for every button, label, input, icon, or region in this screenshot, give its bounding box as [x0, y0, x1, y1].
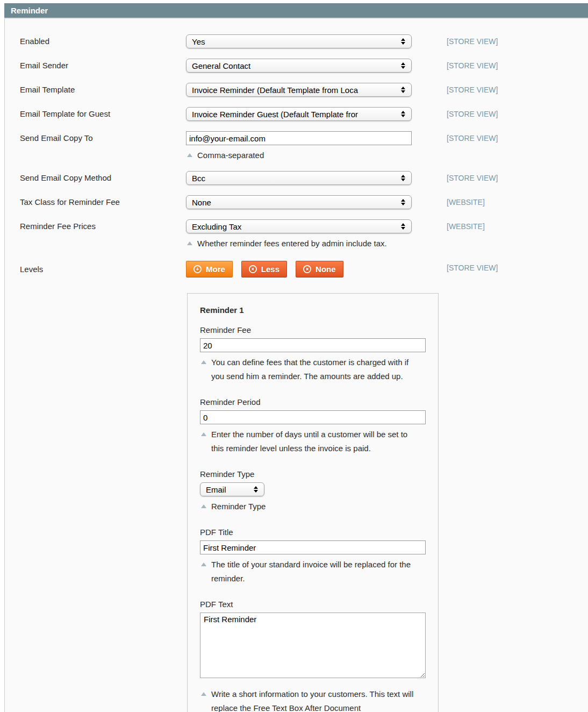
reminder-type-select[interactable]: Email	[200, 482, 264, 496]
section-body: Enabled Yes [STORE VIEW] Email Sender Ge…	[4, 18, 588, 712]
field-label-send-copy-to: Send Email Copy To	[5, 131, 186, 143]
scope-label: [STORE VIEW]	[447, 174, 498, 182]
scope-label: [STORE VIEW]	[447, 61, 498, 70]
scope-label: [STORE VIEW]	[447, 37, 498, 46]
email-template-guest-select[interactable]: Invoice Reminder Guest (Default Template…	[186, 107, 412, 121]
field-label-email-template-guest: Email Template for Guest	[5, 107, 186, 118]
field-col: Yes	[186, 34, 412, 48]
group-label-pdf-title: PDF Title	[200, 528, 425, 537]
note-text: Comma-separated	[197, 148, 264, 162]
send-copy-method-select[interactable]: Bcc	[186, 171, 412, 185]
email-template-guest-select-value: Invoice Reminder Guest (Default Template…	[192, 110, 396, 119]
note-marker-icon	[201, 504, 206, 508]
note-marker-icon	[201, 563, 206, 566]
note-marker-icon	[187, 241, 192, 245]
select-arrows-icon	[401, 38, 405, 45]
scope-label: [STORE VIEW]	[447, 134, 498, 143]
scope-label: [STORE VIEW]	[447, 86, 498, 94]
scope-label: [WEBSITE]	[447, 222, 485, 231]
email-sender-select[interactable]: General Contact	[186, 59, 412, 73]
enabled-select[interactable]: Yes	[186, 34, 412, 48]
field-label-email-template: Email Template	[5, 83, 186, 94]
field-row-email-template: Email Template Invoice Reminder (Default…	[5, 83, 588, 97]
field-note: The title of your standard invoice will …	[200, 558, 425, 586]
group-label-pdf-text: PDF Text	[200, 600, 425, 609]
field-note: Reminder Type	[200, 500, 425, 514]
field-label-send-copy-method: Send Email Copy Method	[5, 171, 186, 182]
enabled-select-value: Yes	[192, 37, 396, 46]
note-text: You can define fees that the customer is…	[211, 355, 414, 383]
pdf-title-input[interactable]	[200, 540, 426, 554]
field-note: Write a short information to your custom…	[200, 687, 425, 712]
note-text: Write a short information to your custom…	[211, 687, 414, 712]
levels-buttons: + More × Less × None	[186, 261, 343, 277]
field-note: Enter the number of days until a custome…	[200, 428, 425, 455]
group-label-reminder-type: Reminder Type	[200, 469, 425, 479]
more-button[interactable]: + More	[186, 261, 233, 277]
note-marker-icon	[201, 432, 206, 436]
send-copy-method-select-value: Bcc	[192, 174, 396, 183]
scope-label: [WEBSITE]	[447, 198, 485, 207]
reminder-box-title: Reminder 1	[200, 305, 425, 315]
reminder-fee-input[interactable]	[200, 338, 426, 352]
email-template-select-value: Invoice Reminder (Default Template from …	[192, 86, 396, 95]
field-col: Excluding Tax Whether reminder fees ente…	[186, 219, 412, 251]
tax-class-select[interactable]: None	[186, 195, 412, 209]
group-label-reminder-fee: Reminder Fee	[200, 325, 425, 334]
more-button-label: More	[206, 265, 225, 274]
field-label-levels: Levels	[5, 261, 186, 274]
scope-label: [STORE VIEW]	[447, 264, 498, 272]
field-col: None	[186, 195, 412, 209]
email-template-select[interactable]: Invoice Reminder (Default Template from …	[186, 83, 412, 97]
note-marker-icon	[187, 153, 192, 157]
field-col: Invoice Reminder Guest (Default Template…	[186, 107, 412, 121]
cross-circle-icon: ×	[249, 265, 257, 273]
note-text: Whether reminder fees entered by admin i…	[197, 237, 387, 251]
field-row-fee-prices: Reminder Fee Prices Excluding Tax Whethe…	[5, 219, 588, 251]
select-arrows-icon	[254, 486, 258, 493]
section-title: Reminder	[11, 6, 48, 15]
group-reminder-period: Reminder Period Enter the number of days…	[200, 397, 425, 455]
cross-circle-icon: ×	[303, 265, 311, 273]
field-label-email-sender: Email Sender	[5, 59, 186, 70]
note-text: Enter the number of days until a custome…	[211, 428, 414, 455]
select-arrows-icon	[401, 199, 405, 205]
field-col: Comma-separated	[186, 131, 412, 162]
field-label-fee-prices: Reminder Fee Prices	[5, 219, 186, 231]
select-arrows-icon	[401, 223, 405, 230]
field-note: Whether reminder fees entered by admin i…	[186, 237, 412, 251]
select-arrows-icon	[401, 62, 405, 69]
field-col: Invoice Reminder (Default Template from …	[186, 83, 412, 97]
less-button[interactable]: × Less	[241, 261, 287, 277]
send-copy-to-input[interactable]	[186, 131, 412, 145]
field-row-tax-class: Tax Class for Reminder Fee None [WEBSITE…	[5, 195, 588, 209]
pdf-text-textarea[interactable]: First Reminder	[200, 613, 426, 678]
field-label-tax-class: Tax Class for Reminder Fee	[5, 195, 186, 207]
section-header: Reminder	[4, 3, 588, 18]
field-col: Bcc	[186, 171, 412, 185]
none-button-label: None	[315, 265, 336, 274]
field-note: Comma-separated	[186, 148, 412, 162]
scope-label: [STORE VIEW]	[447, 110, 498, 118]
fee-prices-select-value: Excluding Tax	[192, 222, 396, 231]
group-reminder-type: Reminder Type Email Reminder Type	[200, 469, 425, 514]
note-marker-icon	[201, 360, 206, 364]
reminder-level-box: Reminder 1 Reminder Fee You can define f…	[187, 293, 439, 712]
field-row-email-sender: Email Sender General Contact [STORE VIEW…	[5, 59, 588, 73]
group-pdf-title: PDF Title The title of your standard inv…	[200, 528, 425, 586]
note-text: Reminder Type	[211, 500, 266, 514]
email-sender-select-value: General Contact	[192, 61, 396, 70]
group-label-reminder-period: Reminder Period	[200, 397, 425, 407]
select-arrows-icon	[401, 111, 405, 117]
field-row-levels: Levels + More × Less × None [STORE VIEW]	[5, 261, 588, 277]
reminder-period-input[interactable]	[200, 410, 426, 424]
fee-prices-select[interactable]: Excluding Tax	[186, 219, 412, 233]
select-arrows-icon	[401, 175, 405, 181]
none-button[interactable]: × None	[296, 261, 343, 277]
note-marker-icon	[201, 692, 206, 696]
field-note: You can define fees that the customer is…	[200, 355, 425, 383]
config-page: Reminder Enabled Yes [STORE VIEW] Email …	[0, 0, 588, 712]
field-row-send-copy-to: Send Email Copy To Comma-separated [STOR…	[5, 131, 588, 162]
group-reminder-fee: Reminder Fee You can define fees that th…	[200, 325, 425, 383]
field-row-send-copy-method: Send Email Copy Method Bcc [STORE VIEW]	[5, 171, 588, 185]
